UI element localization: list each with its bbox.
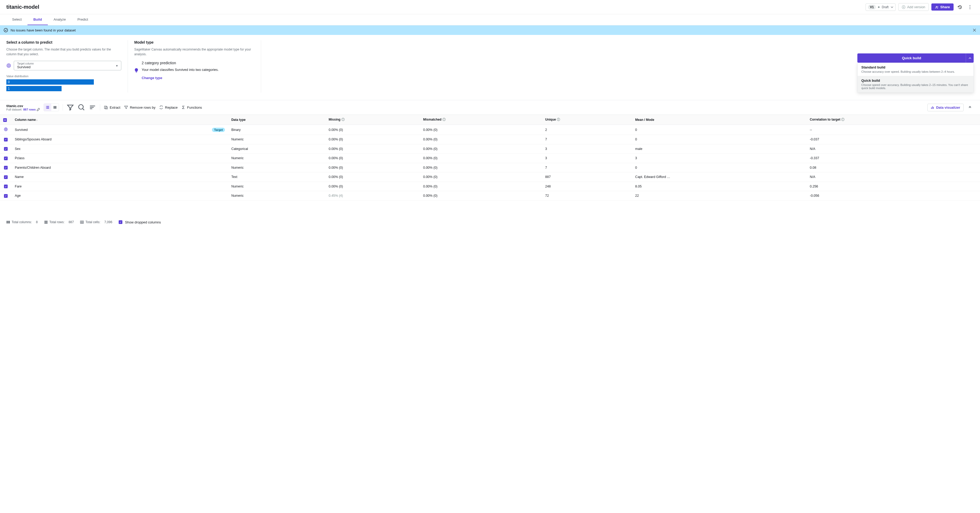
rows-link[interactable]: 887 rows <box>23 108 36 111</box>
header-mean-mode[interactable]: Mean / Mode <box>632 115 807 125</box>
tab-analyze[interactable]: Analyze <box>48 14 72 25</box>
show-dropped-checkbox[interactable] <box>119 220 123 224</box>
plus-circle-icon <box>902 5 905 9</box>
unique: 887 <box>542 172 632 182</box>
show-dropped-toggle[interactable]: Show dropped columns <box>119 220 161 224</box>
correlation: N/A <box>807 144 980 154</box>
collapse-button[interactable] <box>966 104 974 111</box>
predict-title: Select a column to predict <box>6 40 121 45</box>
info-icon[interactable]: ⓘ <box>442 118 445 121</box>
filter-button[interactable] <box>67 104 74 111</box>
tab-build[interactable]: Build <box>27 14 48 25</box>
caret-down-icon: ▾ <box>116 64 118 68</box>
mean-mode: 0 <box>632 163 807 172</box>
missing: 0.00% (0) <box>325 163 420 172</box>
svg-point-2 <box>937 6 938 7</box>
tab-select[interactable]: Select <box>6 14 27 25</box>
close-icon <box>973 28 976 32</box>
info-icon[interactable]: ⓘ <box>841 118 845 121</box>
table-row: SurvivedTarget Binary 0.00% (0) 0.00% (0… <box>0 125 980 135</box>
missing: 0.00% (0) <box>325 144 420 154</box>
version-status: Draft <box>882 5 889 9</box>
column-name: Siblings/Spouses Aboard <box>15 137 51 141</box>
version-selector[interactable]: V1 Draft <box>865 3 896 11</box>
model-type-title: Model type <box>134 40 255 45</box>
dataset-filename: titanic.csv <box>6 104 40 108</box>
mismatched: 0.00% (0) <box>420 191 542 201</box>
change-type-link[interactable]: Change type <box>142 76 162 80</box>
missing: 0.00% (0) <box>325 154 420 163</box>
prediction-desc: Your model classifies Survived into two … <box>142 68 219 72</box>
search-button[interactable] <box>78 104 85 111</box>
remove-rows-button[interactable]: Remove rows by <box>124 105 155 110</box>
row-checkbox[interactable] <box>4 138 8 142</box>
header-actions: V1 Draft Add version Share <box>865 3 974 11</box>
row-checkbox[interactable] <box>4 194 8 198</box>
header-mismatched[interactable]: Mismatchedⓘ <box>420 115 542 125</box>
svg-point-3 <box>970 5 970 6</box>
predict-desc: Choose the target column. The model that… <box>6 47 121 57</box>
build-option[interactable]: Quick buildChoose speed over accuracy. B… <box>858 76 974 92</box>
mean-mode: Capt. Edward Gifford … <box>632 172 807 182</box>
extract-button[interactable]: Extract <box>104 105 120 110</box>
build-dropdown-toggle[interactable] <box>966 53 974 63</box>
replace-icon <box>159 105 163 110</box>
svg-rect-10 <box>136 72 137 72</box>
sort-down-icon: ↓ <box>36 118 38 121</box>
replace-button[interactable]: Replace <box>159 105 178 110</box>
data-type: Text <box>228 172 325 182</box>
functions-button[interactable]: Functions <box>181 105 202 110</box>
mismatched: 0.00% (0) <box>420 144 542 154</box>
row-checkbox[interactable] <box>4 156 8 160</box>
history-icon <box>958 5 962 10</box>
header-missing[interactable]: Missingⓘ <box>325 115 420 125</box>
pencil-icon[interactable] <box>37 108 40 111</box>
header: titanic-model V1 Draft Add version Share <box>0 0 980 14</box>
unique: 7 <box>542 163 632 172</box>
missing: 0.00% (0) <box>325 172 420 182</box>
list-view-button[interactable] <box>44 104 51 111</box>
tab-predict[interactable]: Predict <box>72 14 94 25</box>
select-all-checkbox[interactable] <box>3 118 7 122</box>
mean-mode: 8.05 <box>632 182 807 191</box>
mismatched: 0.00% (0) <box>420 154 542 163</box>
mismatched: 0.00% (0) <box>420 135 542 144</box>
history-button[interactable] <box>956 3 964 11</box>
row-checkbox[interactable] <box>4 147 8 151</box>
table-row: Name Text 0.00% (0) 0.00% (0) 887 Capt. … <box>0 172 980 182</box>
info-icon[interactable]: ⓘ <box>342 118 345 121</box>
sort-button[interactable] <box>89 104 96 111</box>
more-button[interactable] <box>966 3 974 11</box>
column-name: Fare <box>15 185 22 188</box>
extract-label: Extract <box>110 105 120 110</box>
target-column-select[interactable]: Target column Survived ▾ <box>14 61 121 70</box>
lightbulb-icon <box>134 61 138 80</box>
header-data-type[interactable]: Data type <box>228 115 325 125</box>
share-button[interactable]: Share <box>931 3 954 11</box>
build-option[interactable]: Standard buildChoose accuracy over speed… <box>858 63 974 76</box>
row-checkbox[interactable] <box>4 185 8 188</box>
row-checkbox[interactable] <box>4 175 8 179</box>
model-type-panel: Model type SageMaker Canvas automaticall… <box>134 40 261 92</box>
column-name: Pclass <box>15 156 25 160</box>
missing: 0.00% (0) <box>325 182 420 191</box>
tabs: Select Build Analyze Predict <box>0 14 980 25</box>
add-version-button[interactable]: Add version <box>898 3 929 11</box>
banner-close-button[interactable] <box>973 28 976 32</box>
header-column-name[interactable]: Column name↓ <box>12 115 228 125</box>
extract-icon <box>104 105 108 110</box>
build-button[interactable]: Quick build <box>858 53 966 63</box>
svg-point-13 <box>79 105 84 110</box>
row-checkbox[interactable] <box>4 166 8 169</box>
header-correlation[interactable]: Correlation to targetⓘ <box>807 115 980 125</box>
build-option-title: Quick build <box>861 78 970 83</box>
correlation: -0.037 <box>807 135 980 144</box>
grid-view-button[interactable] <box>51 104 59 111</box>
columns-icon <box>6 221 10 224</box>
data-visualizer-button[interactable]: Data visualizer <box>928 104 964 112</box>
build-split-button: Quick build Standard buildChoose accurac… <box>858 53 974 63</box>
info-icon[interactable]: ⓘ <box>557 118 560 121</box>
caret-up-icon <box>969 57 971 59</box>
header-unique[interactable]: Uniqueⓘ <box>542 115 632 125</box>
rows-icon <box>44 221 48 224</box>
